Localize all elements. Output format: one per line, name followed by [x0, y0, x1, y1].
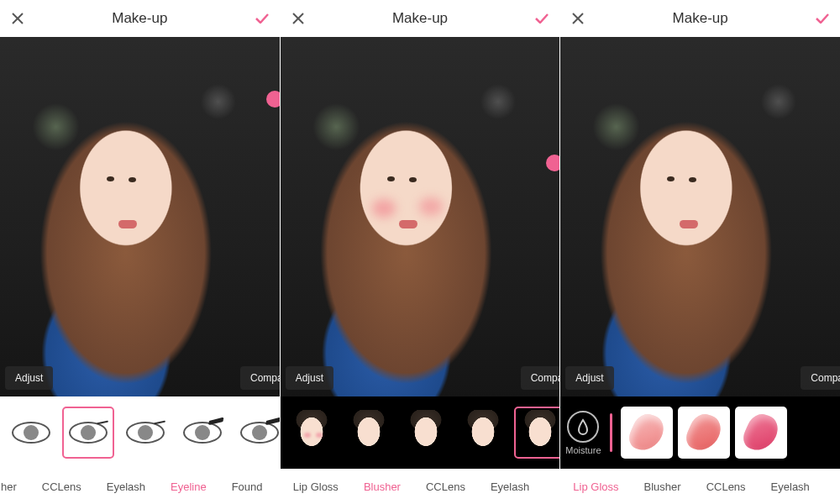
- moisture-toggle[interactable]: Moisture: [565, 411, 601, 455]
- screen-eyeline: Make-up Adjust Compa her CCLens Eyelash …: [0, 0, 281, 504]
- lipgloss-color-2[interactable]: [678, 407, 730, 459]
- close-icon[interactable]: [289, 9, 307, 28]
- eyeline-style-4[interactable]: [176, 407, 228, 459]
- header: Make-up: [281, 0, 560, 37]
- photo-preview[interactable]: Adjust Compa: [0, 37, 280, 396]
- compare-button[interactable]: Compa: [801, 366, 840, 390]
- tab-foundation[interactable]: Found: [219, 480, 276, 493]
- adjust-button[interactable]: Adjust: [5, 366, 53, 390]
- close-icon[interactable]: [8, 9, 27, 28]
- category-tabs: her CCLens Eyelash Eyeline Found: [0, 469, 280, 504]
- tab-eyelash[interactable]: Eyelash: [759, 480, 822, 493]
- eyeline-style-2[interactable]: [62, 407, 114, 459]
- tab-eyelash[interactable]: Eyelash: [94, 480, 158, 493]
- confirm-icon[interactable]: [813, 9, 832, 28]
- side-dot-icon: [266, 91, 280, 108]
- category-tabs: Lip Gloss Blusher CCLens Eyelash: [281, 469, 560, 504]
- photo-preview[interactable]: Adjust Compa: [281, 37, 560, 396]
- photo-preview[interactable]: Adjust Compa: [560, 37, 840, 396]
- moisture-label: Moisture: [565, 445, 601, 455]
- close-icon[interactable]: [569, 9, 587, 28]
- blusher-style-4[interactable]: [457, 407, 509, 459]
- side-dot-icon: [546, 155, 559, 171]
- compare-button[interactable]: Compa: [240, 366, 280, 390]
- screen-lipgloss: Make-up Adjust Compa Moisture Lip Gloss …: [560, 0, 840, 504]
- portrait-image: [560, 37, 840, 396]
- page-title: Make-up: [112, 10, 167, 27]
- style-thumbnails: [0, 396, 280, 469]
- tab-eyelash[interactable]: Eyelash: [478, 480, 542, 493]
- header: Make-up: [560, 0, 840, 37]
- adjust-button[interactable]: Adjust: [286, 366, 333, 390]
- style-thumbnails: Moisture: [560, 396, 840, 469]
- confirm-icon[interactable]: [533, 9, 551, 28]
- confirm-icon[interactable]: [253, 9, 271, 28]
- header: Make-up: [0, 0, 280, 37]
- lipgloss-color-1[interactable]: [621, 407, 673, 459]
- tab-lipgloss[interactable]: Lip Gloss: [560, 480, 631, 493]
- eyeline-style-1[interactable]: [5, 407, 57, 459]
- screen-blusher: Make-up Adjust Compa Lip Gloss Blusher C…: [281, 0, 561, 504]
- tab-lipgloss[interactable]: Lip Gloss: [281, 480, 351, 493]
- divider: [610, 413, 612, 452]
- adjust-button[interactable]: Adjust: [565, 366, 613, 390]
- tab-blusher[interactable]: Blusher: [351, 480, 413, 493]
- page-title: Make-up: [673, 10, 728, 27]
- tab-cclens[interactable]: CCLens: [694, 480, 759, 493]
- blusher-style-2[interactable]: [343, 407, 395, 459]
- tab-cclens[interactable]: CCLens: [413, 480, 478, 493]
- eyeline-style-5[interactable]: [234, 407, 280, 459]
- category-tabs: Lip Gloss Blusher CCLens Eyelash: [560, 469, 840, 504]
- page-title: Make-up: [392, 10, 448, 27]
- droplet-icon: [567, 411, 599, 443]
- blusher-style-5[interactable]: [514, 407, 560, 459]
- lipgloss-color-3[interactable]: [735, 407, 787, 459]
- tab-her[interactable]: her: [0, 480, 29, 493]
- blusher-style-1[interactable]: [286, 407, 338, 459]
- style-thumbnails: [281, 396, 560, 469]
- portrait-image: [281, 37, 560, 396]
- blusher-style-3[interactable]: [400, 407, 452, 459]
- portrait-image: [0, 37, 280, 396]
- eyeline-style-3[interactable]: [119, 407, 171, 459]
- tab-cclens[interactable]: CCLens: [29, 480, 94, 493]
- compare-button[interactable]: Compa: [521, 366, 560, 390]
- tab-blusher[interactable]: Blusher: [632, 480, 694, 493]
- tab-eyeline[interactable]: Eyeline: [158, 480, 219, 493]
